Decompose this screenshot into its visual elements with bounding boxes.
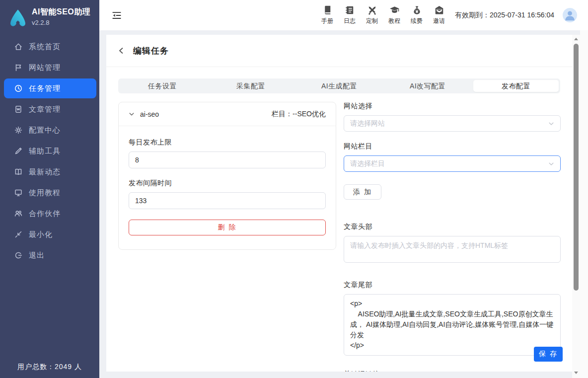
tab-collect-config[interactable]: 采集配置 [208, 80, 294, 92]
task-card: ai-seo 栏目：--SEO优化 每日发布上限 发布间隔时间 删 除 [118, 102, 336, 250]
column-select-label: 网站栏目 [344, 142, 561, 151]
sidebar-item-task-management[interactable]: 任务管理 [4, 78, 96, 98]
sidebar-item-tools[interactable]: 辅助工具 [4, 141, 96, 161]
sidebar-item-site-management[interactable]: 网站管理 [4, 58, 96, 77]
header-action-tutorial[interactable]: 教程 [388, 5, 400, 25]
user-icon [563, 8, 577, 22]
envelope-icon [434, 5, 444, 15]
monitor-icon [14, 188, 23, 197]
header-action-log[interactable]: 日志 [344, 5, 356, 25]
task-column-info: 栏目：--SEO优化 [272, 110, 326, 119]
page-title: 编辑任务 [133, 45, 169, 57]
menu-fold-icon[interactable] [111, 10, 122, 21]
article-footer-label: 文章尾部 [344, 281, 561, 290]
sidebar-item-minimize[interactable]: 最小化 [4, 225, 96, 244]
sidebar-item-news[interactable]: 最新动态 [4, 162, 96, 182]
avatar[interactable] [563, 8, 577, 22]
sidebar: AI智能SEO助理 v2.2.8 系统首页 网站管理 任务管理 文章管理 [0, 0, 99, 378]
header-actions: 手册 日志 定制 教程 续费 邀请 [321, 5, 445, 25]
app-window: AI智能SEO助理 v2.2.8 系统首页 网站管理 任务管理 文章管理 [0, 0, 588, 378]
sidebar-item-article-management[interactable]: 文章管理 [4, 99, 96, 119]
header-action-invite[interactable]: 邀请 [433, 5, 445, 25]
chevron-down-icon [548, 121, 554, 127]
people-icon [14, 209, 23, 218]
tab-task-settings[interactable]: 任务设置 [120, 80, 205, 92]
page-header: 编辑任务 [106, 35, 572, 67]
wrench-icon [14, 147, 23, 155]
task-column: ai-seo 栏目：--SEO优化 每日发布上限 发布间隔时间 删 除 [118, 102, 336, 250]
sidebar-item-tutorial[interactable]: 使用教程 [4, 183, 96, 203]
content-panel: 编辑任务 任务设置 采集配置 AI生成配置 AI改写配置 发布配置 ai-seo [106, 35, 572, 372]
graduation-cap-icon [389, 5, 400, 15]
article-footer-textarea[interactable]: <p> AISEO助理,AI批量生成文章,SEO文章生成工具,SEO原创文章生成… [344, 294, 561, 356]
header-action-manual[interactable]: 手册 [321, 5, 333, 25]
chevron-down-icon[interactable] [129, 111, 135, 117]
header-action-custom[interactable]: 定制 [366, 5, 378, 25]
publish-form: 网站选择 请选择网站 网站栏目 请选择栏目 添 加 文章头部 文章尾部 <p> … [344, 102, 561, 372]
site-select[interactable]: 请选择网站 [344, 115, 561, 132]
sidebar-item-partners[interactable]: 合作伙伴 [4, 204, 96, 224]
tab-ai-generate-config[interactable]: AI生成配置 [296, 80, 382, 92]
scrollbar-up-arrow[interactable] [572, 35, 580, 42]
add-button[interactable]: 添 加 [344, 184, 381, 200]
sidebar-item-home[interactable]: 系统首页 [4, 37, 96, 57]
column-select-placeholder: 请选择栏目 [350, 159, 385, 168]
chevron-down-icon [548, 161, 554, 167]
minimize-arrow-icon [14, 230, 23, 239]
clock-icon [14, 84, 23, 93]
home-icon [14, 42, 23, 51]
interval-label: 发布间隔时间 [129, 179, 326, 188]
column-select[interactable]: 请选择栏目 [344, 155, 561, 172]
open-book-icon [14, 167, 23, 176]
delete-button[interactable]: 删 除 [129, 220, 326, 235]
document-icon [14, 105, 23, 114]
save-button[interactable]: 保 存 [534, 347, 563, 362]
money-bag-icon [412, 5, 422, 15]
top-bar: 手册 日志 定制 教程 续费 邀请 有效期到：2025- [99, 0, 588, 30]
tab-bar: 任务设置 采集配置 AI生成配置 AI改写配置 发布配置 [118, 78, 560, 93]
scrollbar[interactable] [572, 35, 580, 378]
sidebar-item-exit[interactable]: 退出 [4, 245, 96, 265]
keyword-link-label: 关键词链接 [344, 370, 561, 372]
interval-input[interactable] [129, 192, 326, 209]
app-logo: AI智能SEO助理 v2.2.8 [0, 0, 99, 33]
tab-publish-config[interactable]: 发布配置 [473, 80, 559, 92]
expiry-text: 有效期到：2025-07-31 16:56:04 [455, 11, 554, 20]
scrollbar-down-arrow[interactable] [572, 369, 580, 376]
crossed-pens-icon [367, 5, 377, 15]
journal-icon [345, 5, 355, 15]
sidebar-nav: 系统首页 网站管理 任务管理 文章管理 配置中心 辅助工具 [0, 33, 99, 265]
article-header-textarea[interactable] [344, 236, 561, 263]
task-card-body: 每日发布上限 发布间隔时间 删 除 [119, 126, 336, 249]
tab-ai-rewrite-config[interactable]: AI改写配置 [385, 80, 470, 92]
flag-icon [14, 63, 23, 72]
daily-limit-input[interactable] [129, 151, 326, 168]
gear-icon [14, 126, 23, 135]
logout-icon [14, 251, 23, 260]
site-select-placeholder: 请选择网站 [350, 119, 385, 128]
user-total: 用户总数：2049 人 [0, 363, 99, 372]
header-action-renew[interactable]: 续费 [411, 5, 423, 25]
app-version: v2.2.8 [32, 19, 90, 26]
back-icon[interactable] [118, 47, 125, 54]
daily-limit-label: 每日发布上限 [129, 138, 326, 147]
right-margin [580, 30, 588, 378]
site-select-label: 网站选择 [344, 102, 561, 111]
app-title: AI智能SEO助理 [32, 7, 90, 17]
sidebar-item-config-center[interactable]: 配置中心 [4, 120, 96, 140]
main-area: 编辑任务 任务设置 采集配置 AI生成配置 AI改写配置 发布配置 ai-seo [99, 30, 588, 378]
task-card-header[interactable]: ai-seo 栏目：--SEO优化 [119, 102, 336, 126]
app-logo-icon [8, 8, 28, 28]
book-icon [322, 5, 333, 15]
scrollbar-thumb[interactable] [574, 44, 579, 291]
article-header-label: 文章头部 [344, 223, 561, 231]
task-name: ai-seo [140, 110, 159, 118]
